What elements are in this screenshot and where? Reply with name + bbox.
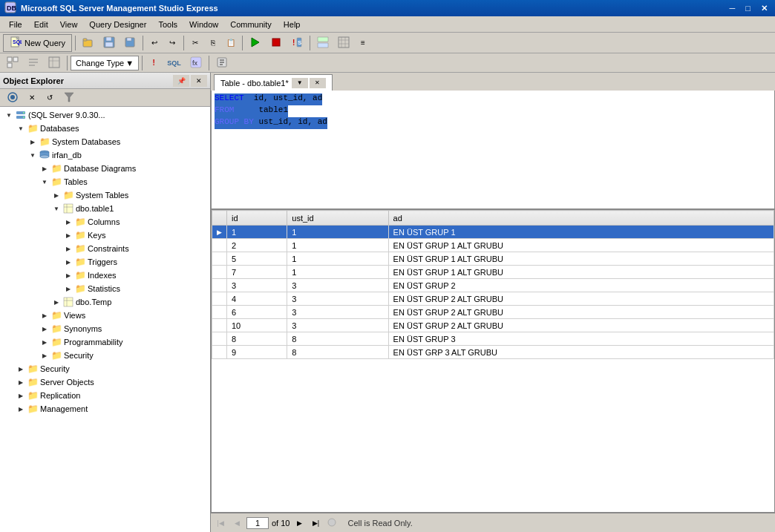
- tree-node-root[interactable]: ▼ (SQL Server 9.0.30...: [0, 108, 210, 122]
- tree-node-replication[interactable]: ▶ 📁 Replication: [0, 389, 210, 402]
- tree-node-constraints[interactable]: ▶ 📁 Constraints: [0, 242, 210, 255]
- tb2-btn1[interactable]: [3, 55, 22, 71]
- tree-expand-dbo-temp[interactable]: ▶: [50, 296, 62, 308]
- tb2-props[interactable]: [212, 55, 232, 71]
- col-id[interactable]: id: [227, 211, 287, 226]
- tb2-exclaim[interactable]: !: [145, 55, 162, 71]
- menu-window[interactable]: Window: [183, 19, 224, 30]
- table-row[interactable]: 21EN ÜST GRUP 1 ALT GRUBU: [212, 239, 774, 252]
- oe-connect-button[interactable]: [3, 90, 22, 106]
- tree-node-management[interactable]: ▶ 📁 Management: [0, 402, 210, 416]
- tree-expand-databases[interactable]: ▼: [15, 122, 27, 134]
- table-row[interactable]: 98EN ÜST GRP 3 ALT GRUBU: [212, 346, 774, 359]
- menu-view[interactable]: View: [54, 19, 84, 30]
- table-row[interactable]: 103EN ÜST GRUP 2 ALT GRUBU: [212, 319, 774, 332]
- menu-edit[interactable]: Edit: [28, 19, 54, 30]
- tree-expand-columns[interactable]: ▶: [62, 216, 74, 228]
- tree-expand-dbo-table1[interactable]: ▼: [50, 203, 62, 214]
- tree-node-statistics[interactable]: ▶ 📁 Statistics: [0, 282, 210, 295]
- tree-expand-keys[interactable]: ▶: [62, 229, 74, 241]
- minimize-btn[interactable]: ─: [727, 4, 739, 13]
- tree-expand-server-objects[interactable]: ▶: [15, 376, 27, 388]
- save-button[interactable]: [99, 35, 119, 51]
- save-all-button[interactable]: [120, 35, 140, 51]
- tree-expand-db-diagrams[interactable]: ▶: [39, 162, 50, 174]
- nav-next-button[interactable]: ▶: [292, 516, 306, 530]
- redo-button[interactable]: ↪: [164, 35, 180, 51]
- tree-expand-tables[interactable]: ▼: [39, 176, 50, 188]
- nav-refresh-button[interactable]: [325, 516, 339, 530]
- tree-expand-security-db[interactable]: ▶: [39, 349, 50, 361]
- col-ad[interactable]: ad: [388, 211, 774, 226]
- tree-node-dbo-temp[interactable]: ▶ dbo.Temp: [0, 295, 210, 309]
- tree-node-db-diagrams[interactable]: ▶ 📁 Database Diagrams: [0, 162, 210, 175]
- tree-expand-root[interactable]: ▼: [3, 109, 15, 121]
- new-query-button[interactable]: SQL New Query: [3, 34, 72, 52]
- tb2-sql[interactable]: SQL: [163, 55, 185, 71]
- open-button[interactable]: [79, 35, 98, 51]
- tree-expand-constraints[interactable]: ▶: [62, 243, 74, 254]
- cut-button[interactable]: ✂: [187, 35, 203, 51]
- tree-expand-replication[interactable]: ▶: [15, 390, 27, 401]
- parse-button[interactable]: ! S: [287, 35, 307, 51]
- tree-expand-programmability[interactable]: ▶: [39, 336, 50, 348]
- tree-node-columns[interactable]: ▶ 📁 Columns: [0, 215, 210, 229]
- tree-node-security[interactable]: ▶ 📁 Security: [0, 362, 210, 375]
- tree-node-irfan-db[interactable]: ▼ irfan_db: [0, 148, 210, 162]
- menu-file[interactable]: File: [3, 19, 28, 30]
- copy-button[interactable]: ⎘: [205, 35, 221, 51]
- tree-node-keys[interactable]: ▶ 📁 Keys: [0, 229, 210, 242]
- menu-tools[interactable]: Tools: [152, 19, 183, 30]
- oe-refresh-button[interactable]: ↺: [42, 90, 58, 106]
- tree-node-programmability[interactable]: ▶ 📁 Programmability: [0, 335, 210, 349]
- stop-button[interactable]: [266, 35, 286, 51]
- tree-node-security-db[interactable]: ▶ 📁 Security: [0, 349, 210, 362]
- table-row[interactable]: 88EN ÜST GRUP 3: [212, 332, 774, 346]
- nav-page-input[interactable]: 1: [246, 517, 269, 529]
- tree-node-views[interactable]: ▶ 📁 Views: [0, 309, 210, 322]
- tree-node-dbo-table1[interactable]: ▼ dbo.table1: [0, 202, 210, 215]
- tree-expand-views[interactable]: ▶: [39, 309, 50, 321]
- tree-node-server-objects[interactable]: ▶ 📁 Server Objects: [0, 375, 210, 389]
- change-type-button[interactable]: Change Type ▼: [71, 56, 139, 70]
- maximize-btn[interactable]: □: [742, 4, 753, 13]
- tree-expand-statistics[interactable]: ▶: [62, 283, 74, 295]
- table-row[interactable]: ▶11EN ÜST GRUP 1: [212, 226, 774, 239]
- tb2-btn2[interactable]: [24, 55, 43, 71]
- oe-close-button[interactable]: ✕: [191, 75, 207, 87]
- table-row[interactable]: 51EN ÜST GRUP 1 ALT GRUBU: [212, 252, 774, 266]
- tree-expand-management[interactable]: ▶: [15, 403, 27, 415]
- tree-expand-indexes[interactable]: ▶: [62, 269, 74, 281]
- table-row[interactable]: 33EN ÜST GRUP 2: [212, 279, 774, 292]
- tree-node-triggers[interactable]: ▶ 📁 Triggers: [0, 255, 210, 269]
- tree-expand-sys-dbs[interactable]: ▶: [27, 136, 39, 148]
- tree-expand-security[interactable]: ▶: [15, 363, 27, 375]
- tree-node-tables[interactable]: ▼ 📁 Tables: [0, 175, 210, 188]
- results-grid-button[interactable]: [334, 35, 353, 51]
- paste-button[interactable]: 📋: [223, 35, 239, 51]
- nav-prev-button[interactable]: ◀: [230, 516, 243, 530]
- undo-button[interactable]: ↩: [146, 35, 163, 51]
- tb2-btn3[interactable]: [45, 55, 64, 71]
- tree-expand-irfan-db[interactable]: ▼: [27, 149, 39, 161]
- tree-node-sys-tables[interactable]: ▶ 📁 System Tables: [0, 188, 210, 202]
- tab-dropdown-btn[interactable]: ▼: [292, 78, 308, 88]
- tree-expand-sys-tables[interactable]: ▶: [50, 189, 62, 201]
- menu-community[interactable]: Community: [224, 19, 278, 30]
- menu-help[interactable]: Help: [278, 19, 307, 30]
- menu-query-designer[interactable]: Query Designer: [83, 19, 152, 30]
- tree-node-sys-dbs[interactable]: ▶ 📁 System Databases: [0, 135, 210, 148]
- oe-pin-button[interactable]: 📌: [173, 75, 189, 87]
- show-results-button[interactable]: [313, 35, 333, 51]
- execute-button[interactable]: [246, 35, 265, 51]
- nav-first-button[interactable]: |◀: [214, 516, 227, 530]
- table-row[interactable]: 43EN ÜST GRUP 2 ALT GRUBU: [212, 292, 774, 306]
- close-btn[interactable]: ✕: [758, 4, 771, 13]
- oe-disconnect-button[interactable]: ✕: [24, 90, 40, 106]
- table-row[interactable]: 71EN ÜST GRUP 1 ALT GRUBU: [212, 266, 774, 279]
- tree-node-indexes[interactable]: ▶ 📁 Indexes: [0, 269, 210, 282]
- query-tab-active[interactable]: Table - dbo.table1* ▼ ✕: [214, 74, 333, 91]
- table-row[interactable]: 63EN ÜST GRUP 2 ALT GRUBU: [212, 306, 774, 319]
- tree-expand-triggers[interactable]: ▶: [62, 256, 74, 268]
- tb2-verify[interactable]: fx: [186, 55, 206, 71]
